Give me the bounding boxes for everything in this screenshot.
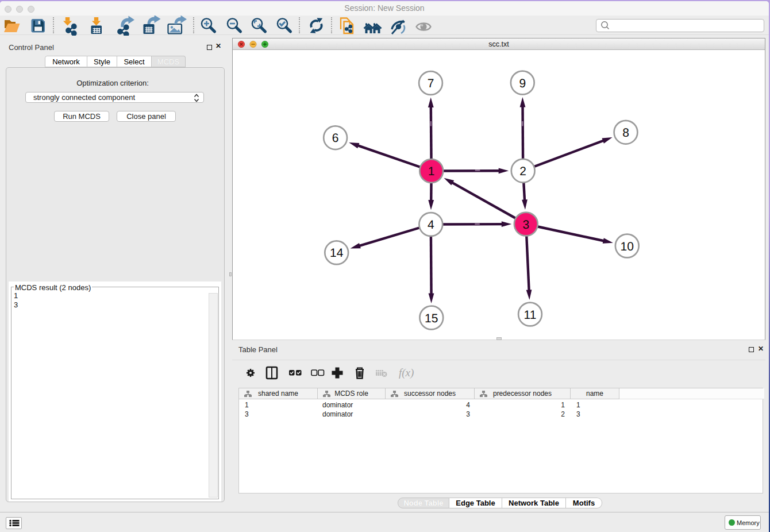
- svg-text:14: 14: [330, 246, 344, 260]
- svg-text:f(x): f(x): [399, 367, 414, 379]
- svg-text:9: 9: [519, 77, 526, 90]
- svg-text:6: 6: [332, 132, 339, 145]
- svg-text:2: 2: [519, 165, 526, 178]
- svg-text:3: 3: [522, 218, 529, 232]
- svg-text:8: 8: [622, 126, 629, 140]
- svg-text:15: 15: [425, 312, 438, 325]
- svg-text:4: 4: [428, 218, 434, 232]
- svg-text:10: 10: [621, 240, 634, 253]
- svg-text:11: 11: [524, 309, 537, 322]
- svg-text:7: 7: [428, 77, 434, 90]
- svg-text:1: 1: [428, 165, 435, 178]
